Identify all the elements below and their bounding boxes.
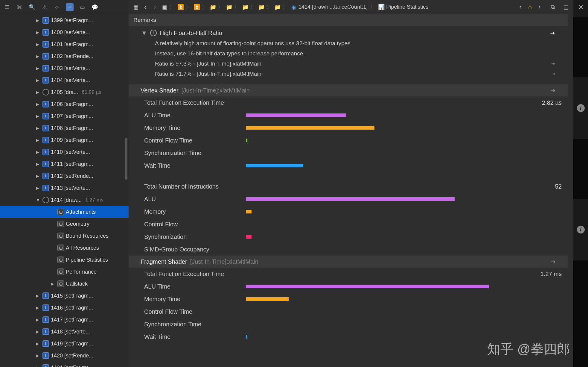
metric-row: Total Function Execution Time 2.82 µs (129, 96, 568, 109)
disclosure-icon[interactable]: ▶ (36, 90, 41, 95)
tree-item-1421[interactable]: ▶ I 1421 [setFragm... (0, 362, 129, 367)
crumb-page[interactable]: 📊Pipeline Statistics (378, 4, 428, 11)
content: Remarks ▼ ! High Float-to-Half Ratio ➜ A… (129, 14, 573, 367)
tree-item-1400[interactable]: ▶ I 1400 [setVerte... (0, 26, 129, 38)
diff-icon[interactable]: ◇ (53, 3, 61, 11)
folder2-icon[interactable]: 📁 (226, 4, 233, 11)
grid-icon[interactable]: ▦ (132, 4, 139, 11)
link-icon[interactable]: ⧉ (549, 4, 556, 11)
disclosure-icon[interactable]: ▶ (51, 281, 56, 286)
tree-item-1420[interactable]: ▶ I 1420 [setRende... (0, 350, 129, 362)
list-icon[interactable]: ≡ (66, 3, 74, 11)
folder4-icon[interactable]: 📁 (258, 4, 265, 11)
nav-forward-icon[interactable]: › (151, 4, 159, 11)
tree-item-1413[interactable]: ▶ I 1413 [setVerte... (0, 182, 129, 194)
folder5-icon[interactable]: 📁 (274, 4, 281, 11)
disclosure-icon[interactable]: ▶ (36, 162, 41, 166)
folder1-icon[interactable]: 📁 (209, 4, 217, 11)
panel-icon[interactable]: ☰ (3, 3, 11, 11)
disclosure-icon[interactable]: ▶ (36, 114, 41, 119)
info-badge-icon[interactable]: i (577, 226, 585, 233)
hierarchy-icon[interactable]: ⌘ (16, 3, 23, 11)
tree-child-pipeline-statistics[interactable]: ▢ Pipeline Statistics (0, 254, 129, 266)
tree-item-1410[interactable]: ▶ I 1410 [setVerte... (0, 146, 129, 158)
tree-item-1408[interactable]: ▶ I 1408 [setFragm... (0, 122, 129, 134)
sidebar-scrollbar[interactable] (125, 138, 127, 180)
metric-row: Memory Time (129, 293, 568, 305)
disclosure-icon[interactable]: ▶ (36, 18, 41, 23)
tree-item-label: 1421 [setFragm... (51, 365, 93, 367)
disclosure-icon[interactable]: ▶ (36, 102, 41, 107)
tag-icon[interactable]: ▭ (78, 3, 86, 11)
tree-item-1416[interactable]: ▶ I 1416 [setFragm... (0, 302, 129, 314)
tree-item-1406[interactable]: ▶ I 1406 [setFragm... (0, 98, 129, 110)
doc-icon: ▢ (57, 257, 64, 263)
metric-bar-track (246, 222, 532, 226)
tree-item-1403[interactable]: ▶ I 1403 [setVerte... (0, 62, 129, 74)
disclosure-icon[interactable]: ▶ (36, 353, 41, 358)
tree-item-1411[interactable]: ▶ I 1411 [setFragm... (0, 158, 129, 170)
close-icon[interactable]: ✕ (578, 4, 584, 11)
folder3-icon[interactable]: 📁 (242, 4, 249, 11)
tree-item-1419[interactable]: ▶ I 1419 [setFragm... (0, 338, 129, 350)
disclosure-icon[interactable]: ▶ (36, 186, 41, 190)
goto-icon[interactable]: ➜ (551, 258, 556, 265)
disclosure-icon[interactable]: ▶ (36, 365, 41, 367)
tree-item-1412[interactable]: ▶ I 1412 [setRende... (0, 170, 129, 182)
issue-warning-icon[interactable]: ⚠ (526, 4, 534, 11)
tree-item-1405[interactable]: ▶ 1405 [dra... 65.99 µs (0, 86, 129, 98)
tree-item-1409[interactable]: ▶ I 1409 [setFragm... (0, 134, 129, 146)
warning-icon[interactable]: ⚠ (41, 3, 48, 11)
goto-icon[interactable]: ➜ (550, 29, 555, 37)
tree-item-1399[interactable]: ▶ I 1399 [setFragm... (0, 14, 129, 26)
next-issue-icon[interactable]: › (536, 4, 543, 11)
tree-item-1402[interactable]: ▶ I 1402 [setRende... (0, 50, 129, 62)
goto-icon[interactable]: ➜ (551, 87, 556, 94)
disclosure-icon[interactable]: ▶ (36, 341, 41, 346)
disclosure-icon[interactable]: ▶ (36, 54, 41, 59)
tree-item-1407[interactable]: ▶ I 1407 [setFragm... (0, 110, 129, 122)
info-badge-icon[interactable]: i (577, 104, 585, 112)
disclosure-icon[interactable]: ▼ (36, 198, 41, 202)
prev-issue-icon[interactable]: ‹ (517, 4, 524, 11)
chat-icon[interactable]: 💬 (91, 3, 99, 11)
tree-child-callstack[interactable]: ▶ ▢ Callstack (0, 278, 129, 290)
disclosure-icon[interactable]: ▶ (36, 174, 41, 178)
tree-item-time: 1.27 ms (85, 197, 103, 203)
app-icon[interactable]: ▣ (161, 4, 168, 11)
tree-item-1417[interactable]: ▶ I 1417 [setFragm... (0, 314, 129, 326)
tree-item-1414[interactable]: ▼ 1414 [draw... 1.27 ms (0, 194, 129, 206)
disclosure-icon[interactable]: ▶ (36, 293, 41, 298)
search-icon[interactable]: 🔍 (28, 3, 36, 11)
crumb-draw[interactable]: ◉1414 [drawIn...tanceCount:1] (290, 4, 368, 11)
goto-icon[interactable]: ➜ (551, 59, 555, 69)
disclosure-icon[interactable]: ▶ (36, 30, 41, 35)
disclosure-icon[interactable]: ▶ (36, 66, 41, 71)
tree-child-geometry[interactable]: ▢ Geometry (0, 218, 129, 230)
tree-item-1415[interactable]: ▶ I 1415 [setFragm... (0, 290, 129, 302)
command-tree[interactable]: ▶ I 1399 [setFragm... ▶ I 1400 [setVerte… (0, 14, 129, 367)
disclosure-icon[interactable]: ▶ (36, 42, 41, 47)
disclosure-icon[interactable]: ▶ (36, 138, 41, 142)
disclosure-icon[interactable]: ▶ (36, 78, 41, 83)
disclosure-icon[interactable]: ▶ (36, 317, 41, 322)
tree-item-1404[interactable]: ▶ I 1404 [setVerte... (0, 74, 129, 86)
remark-disclosure-icon[interactable]: ▼ (141, 30, 147, 37)
disclosure-icon[interactable]: ▶ (36, 126, 41, 131)
up2-icon[interactable]: ⏫ (193, 4, 200, 11)
disclosure-icon[interactable]: ▶ (36, 150, 41, 154)
tree-item-1418[interactable]: ▶ I 1418 [setVerte... (0, 326, 129, 338)
disclosure-icon[interactable]: ▶ (36, 305, 41, 310)
tree-item-1401[interactable]: ▶ I 1401 [setFragm... (0, 38, 129, 50)
tree-child-performance[interactable]: ▢ Performance (0, 266, 129, 278)
inspector-toggle-icon[interactable]: ◫ (562, 4, 569, 11)
disclosure-icon[interactable]: ▶ (36, 329, 41, 334)
metric-label: Total Function Execution Time (144, 99, 246, 106)
tree-child-all-resources[interactable]: ▢ All Resources (0, 242, 129, 254)
goto-icon[interactable]: ➜ (551, 69, 555, 79)
up1-icon[interactable]: ⏫ (177, 4, 184, 11)
tree-child-attachments[interactable]: ▢ Attachments (0, 206, 129, 218)
tree-child-bound-resources[interactable]: ▢ Bound Resources (0, 230, 129, 242)
metric-bar-track (246, 335, 532, 339)
nav-back-icon[interactable]: ‹ (142, 4, 149, 11)
